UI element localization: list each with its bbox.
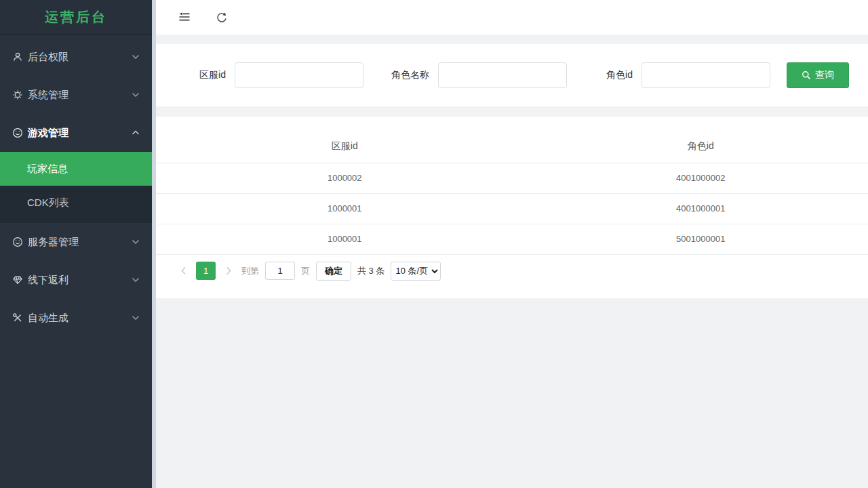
refresh-icon[interactable] — [216, 12, 228, 24]
role-id-input[interactable] — [642, 62, 770, 88]
page-size-select[interactable]: 10 条/页 — [391, 262, 441, 281]
cell-server-id: 1000001 — [156, 224, 534, 254]
sidebar-item-label: 游戏管理 — [28, 127, 132, 140]
topbar — [156, 0, 868, 35]
filter-bar: 区服id 角色名称 角色id 查询 — [156, 44, 868, 106]
gear-icon — [12, 89, 23, 100]
gem-icon — [12, 274, 23, 285]
sidebar-item-label: 系统管理 — [28, 89, 132, 102]
filter-role-name: 角色名称 — [363, 62, 567, 88]
main-content: 区服id 角色名称 角色id 查询 — [156, 0, 868, 488]
cell-role-id: 5001000001 — [534, 224, 868, 254]
page-unit-label: 页 — [301, 265, 310, 277]
sidebar-item-game-management[interactable]: 游戏管理 — [0, 114, 152, 152]
column-header-server-id: 区服id — [156, 130, 534, 163]
goto-page-input[interactable] — [265, 262, 295, 280]
chevron-down-icon — [132, 277, 140, 283]
total-count-label: 共 3 条 — [357, 265, 384, 277]
sidebar-item-label: 自动生成 — [28, 312, 132, 325]
chevron-down-icon — [132, 314, 140, 321]
cell-role-id: 4001000001 — [534, 193, 868, 224]
role-name-input[interactable] — [438, 62, 567, 88]
table-header-row: 区服id 角色id — [156, 130, 868, 163]
current-page-button[interactable]: 1 — [196, 262, 216, 280]
search-button[interactable]: 查询 — [787, 62, 849, 88]
collapse-sidebar-icon[interactable] — [178, 12, 191, 24]
prev-page-icon[interactable] — [176, 262, 190, 280]
column-header-role-id: 角色id — [534, 130, 868, 163]
server-id-input[interactable] — [235, 62, 363, 88]
pagination: 1 到第 页 确定 共 3 条 10 条/页 — [156, 262, 868, 281]
sidebar-item-label: 线下返利 — [28, 274, 132, 287]
sidebar-item-label: 服务器管理 — [28, 236, 132, 249]
next-page-icon[interactable] — [222, 262, 235, 280]
user-icon — [12, 52, 23, 62]
sidebar-item-system-management[interactable]: 系统管理 — [0, 76, 152, 114]
goto-page-label: 到第 — [241, 265, 259, 277]
cell-role-id: 4001000002 — [534, 163, 868, 193]
table-row[interactable]: 1000001 5001000001 — [156, 224, 868, 254]
chevron-up-icon — [132, 129, 140, 136]
confirm-page-button[interactable]: 确定 — [316, 262, 351, 281]
filter-label: 角色id — [567, 69, 642, 81]
smiley-icon — [12, 127, 23, 138]
player-table: 区服id 角色id 1000002 4001000002 1000001 400… — [156, 130, 868, 255]
filter-label: 角色名称 — [363, 69, 438, 81]
sidebar-item-offline-rebate[interactable]: 线下返利 — [0, 261, 152, 299]
filter-label: 区服id — [160, 69, 235, 81]
search-icon — [802, 70, 811, 80]
sidebar-nav: 后台权限 系统管理 游戏管理 — [0, 35, 152, 337]
chevron-down-icon — [132, 239, 140, 245]
sidebar-item-admin-permissions[interactable]: 后台权限 — [0, 38, 152, 76]
sidebar-item-label: 后台权限 — [28, 51, 132, 64]
sidebar-subitem-cdk-list[interactable]: CDK列表 — [0, 186, 152, 220]
filter-server-id: 区服id — [160, 62, 363, 88]
cell-server-id: 1000002 — [156, 163, 534, 193]
smiley-icon — [12, 237, 23, 247]
tools-icon — [12, 312, 23, 323]
search-button-label: 查询 — [815, 69, 834, 81]
sidebar-subitem-player-info[interactable]: 玩家信息 — [0, 152, 152, 186]
table-row[interactable]: 1000001 4001000001 — [156, 193, 868, 224]
chevron-down-icon — [132, 92, 140, 98]
filter-role-id: 角色id — [567, 62, 770, 88]
sidebar-item-server-management[interactable]: 服务器管理 — [0, 223, 152, 261]
table-row[interactable]: 1000002 4001000002 — [156, 163, 868, 193]
app-root: 运营后台 后台权限 系统管理 — [0, 0, 868, 488]
cell-server-id: 1000001 — [156, 193, 534, 224]
sidebar: 运营后台 后台权限 系统管理 — [0, 0, 152, 488]
app-title: 运营后台 — [0, 0, 152, 35]
scrollbar[interactable] — [152, 0, 156, 488]
sidebar-item-auto-generate[interactable]: 自动生成 — [0, 299, 152, 337]
submenu-game-management: 玩家信息 CDK列表 — [0, 152, 152, 223]
chevron-down-icon — [132, 54, 140, 60]
table-card: 区服id 角色id 1000002 4001000002 1000001 400… — [156, 117, 868, 298]
